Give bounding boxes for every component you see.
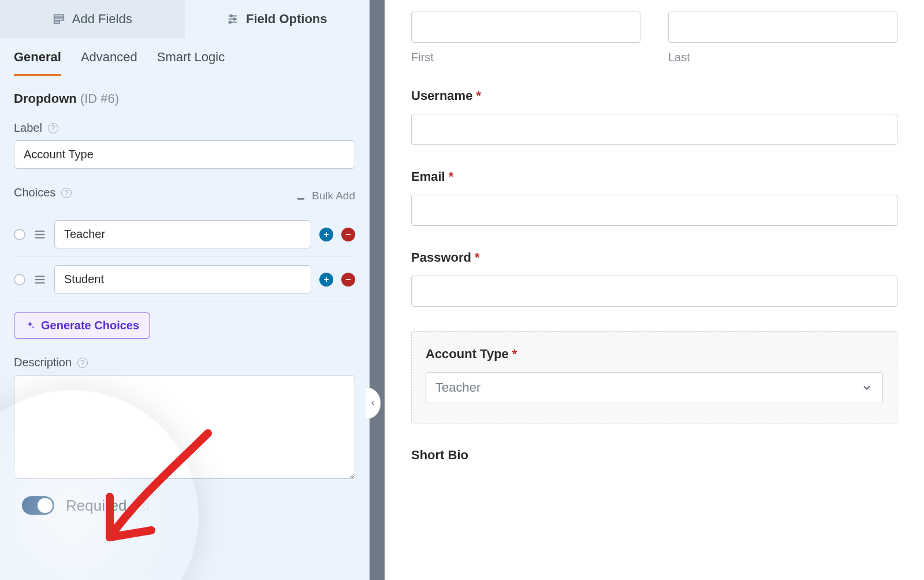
password-input[interactable] <box>411 276 897 307</box>
subtab-advanced[interactable]: Advanced <box>81 50 137 76</box>
sparkle-icon <box>25 321 35 331</box>
help-icon[interactable]: ? <box>139 500 149 511</box>
required-label: Required <box>66 497 127 515</box>
panel-divider <box>370 0 385 580</box>
email-label: Email <box>411 169 445 184</box>
add-choice-button[interactable] <box>319 273 333 287</box>
required-toggle[interactable] <box>22 496 54 515</box>
help-icon[interactable]: ? <box>61 188 72 198</box>
account-type-value: Teacher <box>435 380 480 395</box>
bulk-add-button[interactable]: Bulk Add <box>296 189 355 202</box>
last-name-sublabel: Last <box>668 51 897 64</box>
password-row: Password* <box>411 250 897 307</box>
first-name-sublabel: First <box>411 51 640 64</box>
tab-add-fields[interactable]: Add Fields <box>0 0 185 38</box>
field-options-section: Dropdown (ID #6) Label ? Choices ? <box>0 91 369 481</box>
last-name-input[interactable] <box>668 12 897 43</box>
generate-choices-label: Generate Choices <box>41 319 139 332</box>
tab-field-options-label: Field Options <box>246 12 327 27</box>
subtab-general[interactable]: General <box>14 50 61 76</box>
label-field-caption: Label <box>14 121 42 135</box>
label-input[interactable] <box>14 140 355 169</box>
svg-point-6 <box>233 18 236 20</box>
account-type-field-selected[interactable]: Account Type* Teacher <box>411 331 897 423</box>
short-bio-label: Short Bio <box>411 448 468 462</box>
email-row: Email* <box>411 169 897 226</box>
description-group: Description ? <box>14 356 355 481</box>
choice-input[interactable] <box>54 220 311 248</box>
name-row: First Last <box>411 12 897 64</box>
choices-caption: Choices <box>14 186 55 199</box>
svg-point-4 <box>230 15 232 17</box>
drag-handle-icon[interactable] <box>33 273 46 286</box>
description-caption: Description <box>14 356 72 369</box>
sliders-icon <box>226 13 239 25</box>
tab-field-options[interactable]: Field Options <box>185 0 370 38</box>
choices-group: Choices ? Bulk Add <box>14 186 355 339</box>
choice-row <box>14 257 355 302</box>
help-icon[interactable]: ? <box>77 358 88 368</box>
chevron-left-icon <box>370 398 377 408</box>
short-bio-row: Short Bio <box>411 448 897 463</box>
choice-default-radio[interactable] <box>14 229 25 240</box>
remove-choice-button[interactable] <box>341 228 355 241</box>
field-options-panel: Add Fields Field Options General Advance… <box>0 0 370 580</box>
required-row: Required ? <box>0 481 369 522</box>
description-textarea[interactable] <box>14 375 355 479</box>
email-input[interactable] <box>411 195 897 226</box>
username-row: Username* <box>411 88 897 145</box>
tab-add-fields-label: Add Fields <box>72 12 132 27</box>
choice-row <box>14 212 355 257</box>
help-icon[interactable]: ? <box>48 123 58 133</box>
chevron-down-icon <box>861 382 873 393</box>
download-icon <box>296 191 306 201</box>
form-preview: First Last Username* Email* Password* Ac… <box>385 0 924 580</box>
choice-default-radio[interactable] <box>14 274 25 285</box>
svg-rect-2 <box>54 21 59 24</box>
remove-choice-button[interactable] <box>341 273 355 287</box>
password-label: Password <box>411 250 471 265</box>
username-input[interactable] <box>411 114 897 145</box>
username-label: Username <box>411 88 472 103</box>
svg-point-8 <box>229 21 232 24</box>
top-tabs: Add Fields Field Options <box>0 0 369 38</box>
sub-tabs: General Advanced Smart Logic <box>0 38 369 76</box>
account-type-label: Account Type <box>426 347 509 361</box>
add-choice-button[interactable] <box>319 228 333 241</box>
field-id: (ID #6) <box>80 91 119 106</box>
drag-handle-icon[interactable] <box>33 228 46 241</box>
choice-input[interactable] <box>54 265 311 293</box>
required-star: * <box>512 347 517 361</box>
app-root: Add Fields Field Options General Advance… <box>0 0 924 580</box>
required-star: * <box>449 169 454 184</box>
label-group: Label ? <box>14 121 355 169</box>
first-name-input[interactable] <box>411 12 640 43</box>
generate-choices-button[interactable]: Generate Choices <box>14 313 150 339</box>
required-star: * <box>476 88 481 103</box>
required-star: * <box>475 250 480 265</box>
account-type-select[interactable]: Teacher <box>426 372 883 403</box>
svg-rect-1 <box>54 18 64 20</box>
field-header: Dropdown (ID #6) <box>14 91 355 106</box>
field-type-name: Dropdown <box>14 91 77 106</box>
bulk-add-label: Bulk Add <box>312 189 355 202</box>
subtab-smart-logic[interactable]: Smart Logic <box>157 50 225 76</box>
add-fields-icon <box>53 13 65 25</box>
svg-rect-0 <box>54 15 64 17</box>
